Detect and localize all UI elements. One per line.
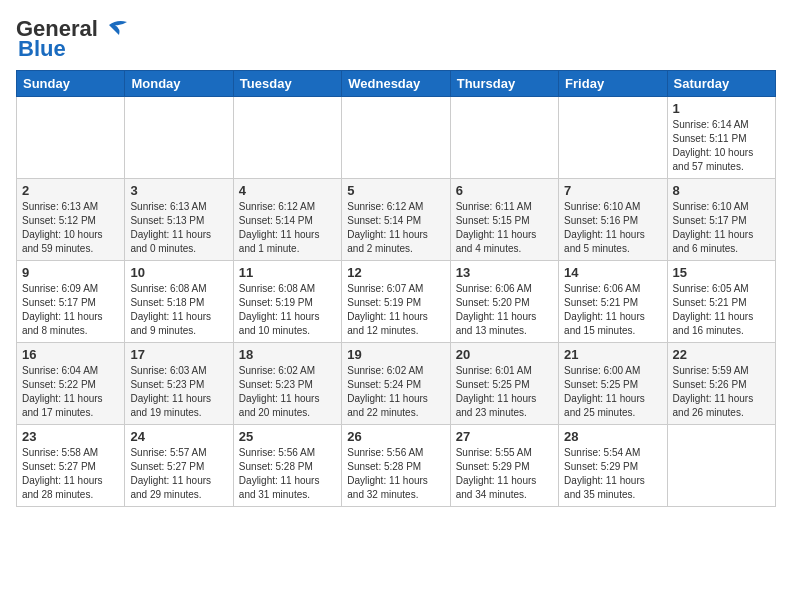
day-number: 14 [564,265,661,280]
day-info: Sunrise: 6:12 AM Sunset: 5:14 PM Dayligh… [239,200,336,256]
day-info: Sunrise: 6:14 AM Sunset: 5:11 PM Dayligh… [673,118,770,174]
calendar-week-row: 1Sunrise: 6:14 AM Sunset: 5:11 PM Daylig… [17,97,776,179]
day-number: 28 [564,429,661,444]
day-info: Sunrise: 6:10 AM Sunset: 5:17 PM Dayligh… [673,200,770,256]
day-number: 9 [22,265,119,280]
day-number: 16 [22,347,119,362]
day-info: Sunrise: 6:03 AM Sunset: 5:23 PM Dayligh… [130,364,227,420]
day-number: 7 [564,183,661,198]
day-number: 24 [130,429,227,444]
calendar-cell: 25Sunrise: 5:56 AM Sunset: 5:28 PM Dayli… [233,425,341,507]
calendar-cell: 6Sunrise: 6:11 AM Sunset: 5:15 PM Daylig… [450,179,558,261]
calendar-header-row: SundayMondayTuesdayWednesdayThursdayFrid… [17,71,776,97]
day-info: Sunrise: 6:13 AM Sunset: 5:13 PM Dayligh… [130,200,227,256]
calendar-cell: 12Sunrise: 6:07 AM Sunset: 5:19 PM Dayli… [342,261,450,343]
day-info: Sunrise: 5:59 AM Sunset: 5:26 PM Dayligh… [673,364,770,420]
day-number: 15 [673,265,770,280]
calendar-week-row: 16Sunrise: 6:04 AM Sunset: 5:22 PM Dayli… [17,343,776,425]
day-info: Sunrise: 6:01 AM Sunset: 5:25 PM Dayligh… [456,364,553,420]
calendar-cell: 16Sunrise: 6:04 AM Sunset: 5:22 PM Dayli… [17,343,125,425]
calendar-cell: 9Sunrise: 6:09 AM Sunset: 5:17 PM Daylig… [17,261,125,343]
calendar-cell: 20Sunrise: 6:01 AM Sunset: 5:25 PM Dayli… [450,343,558,425]
day-number: 23 [22,429,119,444]
day-number: 20 [456,347,553,362]
day-number: 2 [22,183,119,198]
day-info: Sunrise: 5:54 AM Sunset: 5:29 PM Dayligh… [564,446,661,502]
day-number: 1 [673,101,770,116]
day-info: Sunrise: 6:06 AM Sunset: 5:21 PM Dayligh… [564,282,661,338]
calendar-cell [233,97,341,179]
calendar-cell: 17Sunrise: 6:03 AM Sunset: 5:23 PM Dayli… [125,343,233,425]
day-number: 13 [456,265,553,280]
day-info: Sunrise: 5:55 AM Sunset: 5:29 PM Dayligh… [456,446,553,502]
weekday-header-tuesday: Tuesday [233,71,341,97]
weekday-header-friday: Friday [559,71,667,97]
day-number: 12 [347,265,444,280]
weekday-header-saturday: Saturday [667,71,775,97]
day-number: 6 [456,183,553,198]
calendar-cell: 8Sunrise: 6:10 AM Sunset: 5:17 PM Daylig… [667,179,775,261]
day-number: 10 [130,265,227,280]
calendar-week-row: 23Sunrise: 5:58 AM Sunset: 5:27 PM Dayli… [17,425,776,507]
page-header: General Blue [16,16,776,62]
calendar-cell: 4Sunrise: 6:12 AM Sunset: 5:14 PM Daylig… [233,179,341,261]
day-info: Sunrise: 5:56 AM Sunset: 5:28 PM Dayligh… [239,446,336,502]
day-info: Sunrise: 6:12 AM Sunset: 5:14 PM Dayligh… [347,200,444,256]
calendar-cell: 2Sunrise: 6:13 AM Sunset: 5:12 PM Daylig… [17,179,125,261]
day-info: Sunrise: 6:08 AM Sunset: 5:18 PM Dayligh… [130,282,227,338]
day-info: Sunrise: 6:08 AM Sunset: 5:19 PM Dayligh… [239,282,336,338]
weekday-header-thursday: Thursday [450,71,558,97]
day-info: Sunrise: 6:09 AM Sunset: 5:17 PM Dayligh… [22,282,119,338]
weekday-header-monday: Monday [125,71,233,97]
calendar-cell: 3Sunrise: 6:13 AM Sunset: 5:13 PM Daylig… [125,179,233,261]
logo-blue: Blue [18,36,66,62]
day-info: Sunrise: 6:10 AM Sunset: 5:16 PM Dayligh… [564,200,661,256]
logo-bird-icon [99,17,129,39]
weekday-header-wednesday: Wednesday [342,71,450,97]
calendar-cell: 26Sunrise: 5:56 AM Sunset: 5:28 PM Dayli… [342,425,450,507]
day-info: Sunrise: 5:58 AM Sunset: 5:27 PM Dayligh… [22,446,119,502]
day-number: 26 [347,429,444,444]
day-info: Sunrise: 6:02 AM Sunset: 5:24 PM Dayligh… [347,364,444,420]
day-info: Sunrise: 5:56 AM Sunset: 5:28 PM Dayligh… [347,446,444,502]
day-number: 11 [239,265,336,280]
calendar-cell: 24Sunrise: 5:57 AM Sunset: 5:27 PM Dayli… [125,425,233,507]
calendar-cell: 10Sunrise: 6:08 AM Sunset: 5:18 PM Dayli… [125,261,233,343]
calendar-cell [559,97,667,179]
day-number: 25 [239,429,336,444]
day-number: 18 [239,347,336,362]
day-number: 3 [130,183,227,198]
calendar-cell: 23Sunrise: 5:58 AM Sunset: 5:27 PM Dayli… [17,425,125,507]
day-number: 8 [673,183,770,198]
calendar-cell: 19Sunrise: 6:02 AM Sunset: 5:24 PM Dayli… [342,343,450,425]
weekday-header-sunday: Sunday [17,71,125,97]
day-number: 19 [347,347,444,362]
calendar-week-row: 9Sunrise: 6:09 AM Sunset: 5:17 PM Daylig… [17,261,776,343]
calendar-cell: 1Sunrise: 6:14 AM Sunset: 5:11 PM Daylig… [667,97,775,179]
day-number: 21 [564,347,661,362]
calendar-cell: 14Sunrise: 6:06 AM Sunset: 5:21 PM Dayli… [559,261,667,343]
calendar-cell: 15Sunrise: 6:05 AM Sunset: 5:21 PM Dayli… [667,261,775,343]
calendar-cell [125,97,233,179]
day-info: Sunrise: 6:00 AM Sunset: 5:25 PM Dayligh… [564,364,661,420]
calendar-cell: 7Sunrise: 6:10 AM Sunset: 5:16 PM Daylig… [559,179,667,261]
calendar-cell: 27Sunrise: 5:55 AM Sunset: 5:29 PM Dayli… [450,425,558,507]
calendar-cell: 21Sunrise: 6:00 AM Sunset: 5:25 PM Dayli… [559,343,667,425]
calendar-cell [450,97,558,179]
calendar-table: SundayMondayTuesdayWednesdayThursdayFrid… [16,70,776,507]
day-info: Sunrise: 6:06 AM Sunset: 5:20 PM Dayligh… [456,282,553,338]
day-number: 17 [130,347,227,362]
calendar-cell: 18Sunrise: 6:02 AM Sunset: 5:23 PM Dayli… [233,343,341,425]
day-info: Sunrise: 6:13 AM Sunset: 5:12 PM Dayligh… [22,200,119,256]
day-info: Sunrise: 6:11 AM Sunset: 5:15 PM Dayligh… [456,200,553,256]
day-number: 22 [673,347,770,362]
calendar-week-row: 2Sunrise: 6:13 AM Sunset: 5:12 PM Daylig… [17,179,776,261]
day-info: Sunrise: 5:57 AM Sunset: 5:27 PM Dayligh… [130,446,227,502]
calendar-cell: 11Sunrise: 6:08 AM Sunset: 5:19 PM Dayli… [233,261,341,343]
calendar-cell [342,97,450,179]
calendar-cell [17,97,125,179]
day-info: Sunrise: 6:05 AM Sunset: 5:21 PM Dayligh… [673,282,770,338]
day-info: Sunrise: 6:07 AM Sunset: 5:19 PM Dayligh… [347,282,444,338]
day-info: Sunrise: 6:02 AM Sunset: 5:23 PM Dayligh… [239,364,336,420]
day-number: 4 [239,183,336,198]
